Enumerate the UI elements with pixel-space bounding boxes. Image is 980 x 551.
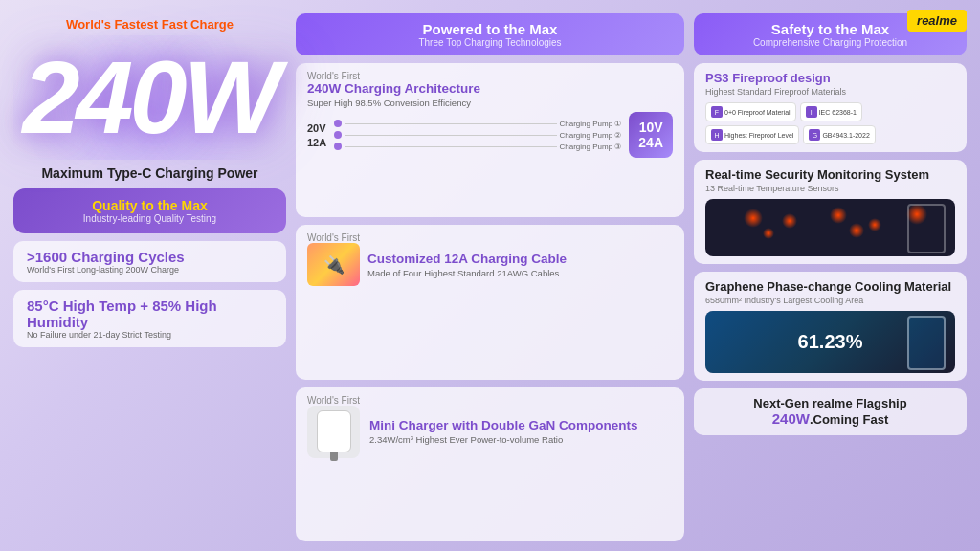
max-charging-label: Maximum Type-C Charging Power xyxy=(13,165,286,181)
big-watt-text: 240W xyxy=(22,46,277,149)
arch-output: 10V 24A xyxy=(629,112,673,158)
fireproof-badges: F 0+0 Fireproof Material I IEC 62368-1 H… xyxy=(705,102,955,144)
badge-label-1: 0+0 Fireproof Material xyxy=(724,109,791,116)
pump-dot-2 xyxy=(334,131,342,139)
header-highlight: Fast xyxy=(162,17,188,32)
middle-header-sub: Three Top Charging Technologies xyxy=(309,37,671,48)
pump-line-3 xyxy=(345,146,556,147)
cooling-title: Graphene Phase-change Cooling Material xyxy=(705,279,955,294)
arch-a-label: 12A xyxy=(307,137,326,148)
next-gen-value: 240W xyxy=(772,410,810,427)
realme-logo: realme xyxy=(907,10,967,32)
cooling-phone xyxy=(907,316,946,370)
cooling-percentage: 61.23% xyxy=(798,331,863,353)
output-ampere: 24A xyxy=(638,135,663,150)
badge-icon-3: H xyxy=(711,129,723,141)
left-panel: World's Fastest Fast Charge 240W Maximum… xyxy=(13,13,286,541)
cooling-screen: 61.23% xyxy=(705,311,955,373)
arch-title-suffix: Charging Architecture xyxy=(341,81,480,96)
cable-amp: 12A xyxy=(444,252,467,266)
badge-icon-1: F xyxy=(711,106,723,118)
charging-cycles-value: >1600 xyxy=(27,249,67,265)
gan-highlight: GaN xyxy=(529,418,556,432)
pump-line-2 xyxy=(345,135,556,136)
header-text: World's Fastest Fast Charge xyxy=(13,13,286,32)
heat-dot-6 xyxy=(763,228,774,239)
charger-image xyxy=(307,406,360,458)
monitoring-title: Real-time Security Monitoring System xyxy=(705,167,955,182)
main-container: World's Fastest Fast Charge 240W Maximum… xyxy=(0,0,980,551)
arch-watt: 240W xyxy=(307,81,341,96)
heat-dot-7 xyxy=(849,223,864,238)
pump-label-1: Charging Pump ① xyxy=(560,120,622,128)
right-panel: Safety to the Max Comprehensive Charging… xyxy=(694,13,967,541)
fireproof-title: PS3 Fireproof design xyxy=(705,71,955,85)
pump-row-2: Charging Pump ② xyxy=(334,131,621,140)
fireproof-sub: Highest Standard Fireproof Materials xyxy=(705,87,955,97)
arch-input: 20V 12A xyxy=(307,122,326,148)
middle-section-header: Powered to the Max Three Top Charging Te… xyxy=(296,13,684,55)
cable-image: 🔌 xyxy=(307,243,360,286)
charging-cycles-box: >1600 Charging Cycles World's First Long… xyxy=(13,241,286,282)
badge-label-2: IEC 62368-1 xyxy=(819,109,857,116)
badge-label-4: GB4943.1-2022 xyxy=(822,132,869,139)
badge-icon-2: I xyxy=(806,106,817,118)
right-header-sub: Comprehensive Charging Protection xyxy=(707,37,953,48)
gan-card: World's First Mini Charger with Double G… xyxy=(296,387,684,541)
humidity-value: 85% xyxy=(152,298,181,314)
header-prefix: World's Fastest xyxy=(66,17,162,32)
arch-world-first: World's First xyxy=(307,71,673,81)
badge-4: G GB4943.1-2022 xyxy=(803,125,875,144)
temp-humidity-box: 85°C High Temp + 85% High Humidity No Fa… xyxy=(13,290,286,347)
cable-sub: Made of Four Highest Standard 21AWG Cabl… xyxy=(368,268,567,278)
next-gen-line1: Next-Gen realme Flagship xyxy=(705,396,955,410)
temp-humidity-main: 85°C High Temp + 85% High Humidity xyxy=(27,298,273,330)
cable-suffix: Charging Cable xyxy=(468,252,568,266)
gan-title: Mini Charger with Double GaN Components xyxy=(369,418,638,432)
cable-content: 🔌 Customized 12A Charging Cable Made of … xyxy=(307,243,673,286)
temp-label: High Temp + xyxy=(59,298,153,314)
arch-diagram: 20V 12A Charging Pump ① xyxy=(307,112,673,158)
pump-row-3: Charging Pump ③ xyxy=(334,143,621,151)
pump-row-1: Charging Pump ① xyxy=(334,120,621,128)
badge-icon-4: G xyxy=(809,129,820,141)
pump-dot-3 xyxy=(334,143,342,150)
charger-plug xyxy=(330,452,338,461)
cable-text: Customized 12A Charging Cable Made of Fo… xyxy=(368,252,567,278)
arch-title: 240W Charging Architecture xyxy=(307,81,673,96)
pump-dot-1 xyxy=(334,120,342,127)
fireproof-card: PS3 Fireproof design Highest Standard Fi… xyxy=(694,63,967,152)
temp-value: 85°C xyxy=(27,298,59,314)
arch-voltage: 20V xyxy=(307,122,326,134)
middle-header-title: Powered to the Max xyxy=(309,21,671,37)
monitoring-screen xyxy=(705,199,955,256)
charging-cycles-main: >1600 Charging Cycles xyxy=(27,249,273,265)
charger-body xyxy=(317,410,351,452)
gan-content: Mini Charger with Double GaN Components … xyxy=(307,406,673,458)
output-voltage: 10V xyxy=(638,120,663,135)
badge-2: I IEC 62368-1 xyxy=(800,102,862,121)
monitoring-card: Real-time Security Monitoring System 13 … xyxy=(694,160,967,264)
next-gen-suffix: .Coming Fast xyxy=(810,412,888,427)
gan-sub: 2.34W/cm³ Highest Ever Power-to-volume R… xyxy=(369,434,638,445)
arch-pumps: Charging Pump ① Charging Pump ② Charging… xyxy=(334,120,621,151)
arch-v-label: 20V xyxy=(307,122,326,134)
header-suffix: Charge xyxy=(187,17,233,32)
charging-cycles-label: Charging Cycles xyxy=(67,249,185,265)
fireproof-pre: PS3 xyxy=(705,71,732,85)
cable-card-container: World's First 🔌 Customized 12A Charging … xyxy=(296,225,684,379)
pump-label-3: Charging Pump ③ xyxy=(560,143,622,151)
cable-pre: Customized xyxy=(368,252,444,266)
cooling-card: Graphene Phase-change Cooling Material 6… xyxy=(694,272,967,381)
quality-subtitle: Industry-leading Quality Testing xyxy=(27,213,273,224)
arch-sub: Super High 98.5% Conversion Efficiency xyxy=(307,98,673,108)
pump-line-1 xyxy=(345,123,556,124)
fireproof-highlight: Fireproof design xyxy=(732,71,831,85)
arch-ampere: 12A xyxy=(307,137,326,148)
gan-pre: Mini Charger with Double xyxy=(369,418,529,432)
monitoring-sub: 13 Real-time Temperature Sensors xyxy=(705,184,955,193)
temp-humidity-sub: No Failure under 21-day Strict Testing xyxy=(27,330,273,340)
heat-dot-3 xyxy=(830,207,847,224)
heat-dot-2 xyxy=(782,213,797,229)
quality-box: Quality to the Max Industry-leading Qual… xyxy=(13,188,286,233)
